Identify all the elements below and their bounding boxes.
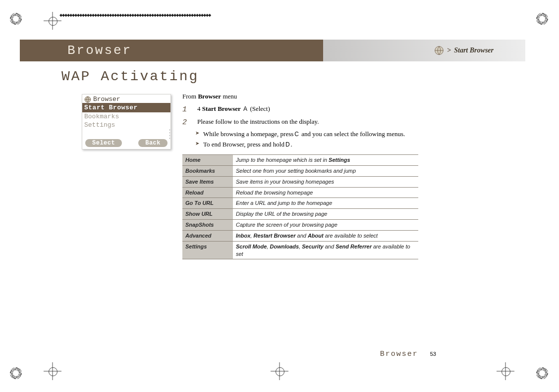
table-row: SnapShotsCapture the screen of your brow… [182,220,418,231]
option-key: Save Items [182,176,233,187]
table-row: Save ItemsSave items in your browsing ho… [182,176,418,187]
option-value: Reload the browsing homepage [233,187,418,198]
body-column: From Browser menu 1 4 Start Browser A (S… [182,92,418,259]
page-footer: Browser 53 [61,350,436,358]
note-pre: To end Browser, press and hold [203,141,284,148]
phone-menu-item-selected: Start Browser [82,103,170,112]
phone-menu-item: Bookmarks [82,112,170,121]
option-key: Reload [182,187,233,198]
registration-mark-icon [536,13,548,25]
option-key: Bookmarks [182,165,233,176]
option-key: Advanced [182,230,233,241]
table-row: ReloadReload the browsing homepage [182,187,418,198]
option-value: Jump to the homepage which is set in Set… [233,155,418,166]
table-row: HomeJump to the homepage which is set in… [182,155,418,166]
option-key: Settings [182,241,233,259]
breadcrumb: > Start Browser [434,46,494,55]
note-list: While browsing a homepage, pressC and yo… [195,130,418,149]
step-body: Please follow to the instructions on the… [197,117,418,128]
option-value: Capture the screen of your browsing page [233,220,418,231]
note-post: and you can select the following menus. [300,130,405,138]
option-key: Go To URL [182,198,233,209]
key-cap-icon: A [243,105,247,112]
note-pre: While browsing a homepage, press [203,130,293,138]
globe-icon [434,46,444,55]
footer-page-number: 53 [430,351,436,357]
option-key: Show URL [182,209,233,220]
phone-softkey-back: Back [138,139,168,147]
step-command: Start Browser [202,105,241,112]
key-cap-icon: D [285,141,290,148]
from-prefix: From [182,93,198,100]
options-table: HomeJump to the homepage which is set in… [182,154,418,259]
registration-mark-icon [536,367,548,379]
breadcrumb-arrow-icon: > [447,47,451,54]
option-value: Select one from your setting bookmarks a… [233,165,418,176]
table-row: Go To URLEnter a URL and jump to the hom… [182,198,418,209]
cross-mark-icon [47,15,58,27]
step-number: 1 [182,104,192,115]
step-prefix: 4 [197,105,202,112]
table-row: BookmarksSelect one from your setting bo… [182,165,418,176]
step-body: 4 Start Browser A (Select) [197,104,418,115]
header-bar: Browser > Start Browser [20,40,525,61]
cross-mark-icon [500,365,511,377]
step-paren: (Select) [250,105,270,112]
registration-mark-icon [10,367,22,379]
note-post: . [291,141,292,148]
diamond-strip-icon: ◆◆◆◆◆◆◆◆◆◆◆◆◆◆◆◆◆◆◆◆◆◆◆◆◆◆◆◆◆◆◆◆◆◆◆◆◆◆◆◆… [59,12,287,19]
step-paren-text: Select [252,105,268,112]
footer-section: Browser [380,350,418,358]
breadcrumb-text: Start Browser [454,47,494,54]
option-value: Display the URL of the browsing page [233,209,418,220]
page-title: Browser [67,43,132,58]
table-row: Show URLDisplay the URL of the browsing … [182,209,418,220]
option-value: Inbox, Restart Browser and About are ava… [233,230,418,241]
globe-icon [84,96,91,103]
cross-mark-icon [47,365,58,377]
from-menu: Browser [198,93,221,100]
note-item: To end Browser, press and holdD. [195,140,418,149]
phone-softkey-select: Select [85,139,122,147]
phone-screenshot: Browser Start Browser Bookmarks Settings… [82,94,171,149]
option-value: Enter a URL and jump to the homepage [233,198,418,209]
step-number: 2 [182,117,192,128]
option-key: Home [182,155,233,166]
step-row: 1 4 Start Browser A (Select) [182,104,418,115]
option-value: Scroll Mode, Downloads, Security and Sen… [233,241,418,259]
phone-title: Browser [93,96,120,103]
from-line: From Browser menu [182,92,418,101]
step-row: 2 Please follow to the instructions on t… [182,117,418,128]
section-heading: WAP Activating [61,69,199,84]
cross-mark-icon [274,365,285,377]
phone-menu-item: Settings [82,121,170,129]
option-value: Save items in your browsing homepages [233,176,418,187]
table-row: AdvancedInbox, Restart Browser and About… [182,230,418,241]
registration-mark-icon [10,13,22,25]
from-suffix: menu [221,93,237,100]
option-key: SnapShots [182,220,233,231]
key-cap-icon: C [294,131,299,138]
table-row: SettingsScroll Mode, Downloads, Security… [182,241,418,259]
note-item: While browsing a homepage, pressC and yo… [195,130,418,139]
